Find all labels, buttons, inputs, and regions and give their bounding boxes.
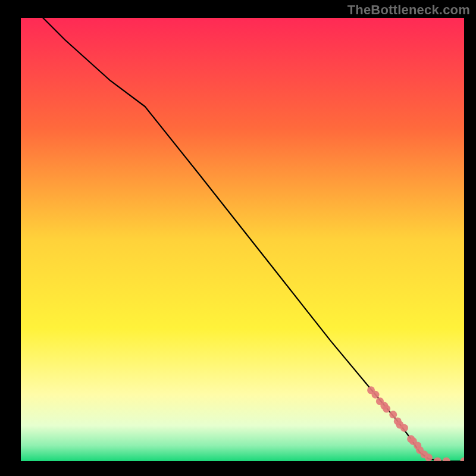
data-point xyxy=(372,391,380,399)
chart-svg xyxy=(21,18,464,461)
data-point xyxy=(425,454,433,461)
chart-plot xyxy=(21,18,464,461)
chart-background xyxy=(21,18,464,461)
watermark-text: TheBottleneck.com xyxy=(347,2,470,18)
chart-frame: TheBottleneck.com xyxy=(0,0,476,476)
data-point xyxy=(389,411,397,418)
data-point xyxy=(383,405,390,413)
data-point xyxy=(400,424,408,432)
